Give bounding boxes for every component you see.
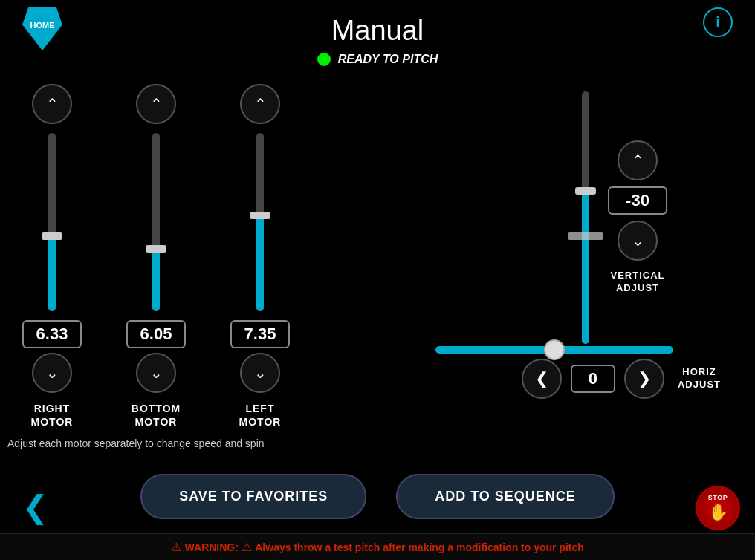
stop-button[interactable]: STOP ✋ [696, 486, 740, 530]
bottom-motor-thumb[interactable] [146, 245, 166, 253]
bottom-motor-track-fill [152, 249, 160, 311]
left-motor-down-button[interactable]: ⌄ [240, 353, 280, 393]
horiz-right-button[interactable]: ❯ [624, 359, 664, 399]
instruction-text: Adjust each motor separately to change s… [0, 437, 755, 449]
horiz-left-icon: ❮ [535, 369, 548, 388]
bottom-motor-up-button[interactable]: ⌃ [136, 84, 176, 124]
stop-hand-icon: ✋ [708, 503, 728, 522]
vertical-controls: ⌃ -30 ⌄ VERTICALADJUST [608, 140, 667, 295]
bottom-motor-label: BOTTOMMOTOR [132, 402, 181, 429]
warning-bold: WARNING: [185, 541, 242, 553]
vertical-slider-container [575, 91, 596, 344]
chevron-up-icon: ⌃ [46, 95, 59, 113]
right-motor-control: ⌃ 6.33 ⌄ RIGHTMOTOR [22, 84, 82, 429]
bottom-motor-control: ⌃ 6.05 ⌄ BOTTOMMOTOR [126, 84, 186, 429]
vert-thumb2[interactable] [568, 232, 603, 240]
right-motor-down-button[interactable]: ⌄ [32, 353, 72, 393]
right-motor-track-fill [48, 236, 56, 311]
right-motor-value: 6.33 [22, 320, 82, 348]
bottom-motor-down-button[interactable]: ⌄ [136, 353, 176, 393]
warning-bar: ⚠ WARNING: ⚠ Always throw a test pitch a… [0, 533, 755, 560]
chevron-down-icon: ⌄ [46, 364, 59, 382]
warning-icon-right: ⚠ [242, 541, 252, 553]
horiz-thumb[interactable] [544, 339, 565, 360]
chevron-up-icon2: ⌃ [150, 95, 163, 113]
left-motor-control: ⌃ 7.35 ⌄ LEFTMOTOR [230, 84, 290, 429]
horizontal-adjust-label: HORIZADJUST [678, 366, 721, 391]
left-motor-track-fill [256, 213, 264, 311]
add-sequence-button[interactable]: ADD TO SEQUENCE [396, 474, 615, 519]
vertical-down-button[interactable]: ⌄ [618, 221, 658, 261]
motors-section: ⌃ 6.33 ⌄ RIGHTMOTOR ⌃ 6.05 [22, 84, 465, 429]
vertical-adjust-label: VERTICALADJUST [611, 270, 665, 295]
left-motor-value: 7.35 [230, 320, 290, 348]
chevron-up-icon3: ⌃ [254, 95, 267, 113]
vert-up-icon: ⌃ [632, 152, 644, 169]
horiz-left-button[interactable]: ❮ [522, 359, 562, 399]
vert-down-icon: ⌄ [632, 232, 644, 250]
status-text: READY TO PITCH [338, 53, 438, 66]
bottom-motor-value: 6.05 [126, 320, 186, 348]
stop-label: STOP [708, 494, 728, 501]
vertical-value: -30 [608, 186, 667, 215]
chevron-down-icon2: ⌄ [150, 364, 163, 382]
left-motor-thumb[interactable] [250, 212, 270, 219]
warning-message: Always throw a test pitch after making a… [255, 541, 584, 553]
info-button[interactable]: i [703, 7, 733, 37]
horiz-slider-track-container [435, 339, 673, 360]
horizontal-adjust-group: ❮ 0 ❯ HORIZADJUST [510, 359, 733, 399]
horiz-right-icon: ❯ [638, 369, 651, 388]
vert-track-fill [582, 192, 589, 344]
left-motor-up-button[interactable]: ⌃ [240, 84, 280, 124]
bottom-bar: SAVE TO FAVORITES ADD TO SEQUENCE [0, 474, 755, 519]
status-dot [317, 53, 331, 66]
back-icon: ❮ [22, 489, 48, 524]
chevron-down-icon3: ⌄ [254, 364, 267, 382]
save-favorites-button[interactable]: SAVE TO FAVORITES [140, 474, 366, 519]
left-motor-label: LEFTMOTOR [239, 402, 282, 429]
horizontal-value: 0 [571, 365, 615, 393]
right-motor-up-button[interactable]: ⌃ [32, 84, 72, 124]
right-motor-thumb[interactable] [42, 232, 62, 240]
vertical-up-button[interactable]: ⌃ [618, 140, 658, 180]
info-icon: i [716, 14, 720, 31]
vertical-adjust-group: ⌃ -30 ⌄ VERTICALADJUST [575, 91, 667, 344]
back-button[interactable]: ❮ [22, 492, 48, 523]
adjust-section: ⌃ -30 ⌄ VERTICALADJUST ❮ 0 ❯ HORIZADJUST [510, 84, 733, 429]
vert-thumb[interactable] [575, 187, 596, 195]
page-title: Manual [331, 15, 424, 47]
warning-icon-left: ⚠ [171, 541, 181, 553]
right-motor-label: RIGHTMOTOR [31, 402, 74, 429]
